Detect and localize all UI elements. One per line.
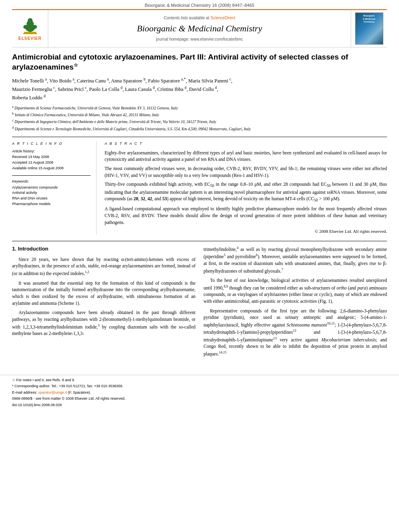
accepted-date: Accepted 13 August 2008: [12, 160, 90, 165]
keywords-section: Keywords: Arylazoenamino compounds Antiv…: [12, 179, 90, 206]
journal-cover-section: Bioorganic& MedicinalChemistry: [351, 10, 387, 47]
affiliation-d: d Dipartimento di Scienze e Tecnologie B…: [12, 125, 387, 132]
sciencedirect-label: Contents lists available at ScienceDirec…: [164, 15, 235, 21]
svg-point-3: [28, 18, 33, 23]
journal-banner: ELSEVIER Contents lists available at Sci…: [12, 9, 387, 47]
affiliation-b: b Istituto di Chimica Farmaceutica, Univ…: [12, 111, 387, 118]
journal-homepage: journal homepage: www.elsevier.com/locat…: [156, 37, 243, 42]
abstract-para-4: A ligand-based computational approach wa…: [105, 205, 387, 226]
abstract-para-2: The most commonly affected viruses were,…: [105, 165, 387, 179]
body-content: 1. Introduction Since 20 years, we have …: [12, 241, 387, 360]
affiliation-a: a Dipartimento di Scienze Farmaceutiche,…: [12, 105, 387, 111]
body-para-4: trimethylindoline,4 as well as by reacti…: [204, 245, 387, 274]
footer-email: E-mail address: sparator@unige.it (F. Sp…: [12, 390, 387, 396]
article-info-heading: A R T I C L E I N F O: [12, 141, 90, 146]
affiliation-c: c Dipartimento di Ingegneria Chimica, de…: [12, 118, 387, 125]
keyword-1: Arylazoenamino compounds: [12, 185, 90, 190]
sciencedirect-link[interactable]: ScienceDirect: [210, 16, 235, 20]
svg-point-5: [32, 25, 37, 29]
section-1-heading: 1. Introduction: [12, 245, 195, 253]
keyword-3: RNA and DNA viruses: [12, 196, 90, 201]
keyword-2: Antiviral activity: [12, 190, 90, 195]
journal-cover-image: Bioorganic& MedicinalChemistry: [355, 12, 383, 45]
body-para-5: To the best of our knowledge, biological…: [204, 277, 387, 305]
abstract-para-1: Eighty-five arylazoenamines, characteriz…: [105, 150, 387, 163]
body-para-1: Since 20 years, we have shown that by re…: [12, 256, 195, 277]
received-date: Received 19 May 2008: [12, 154, 90, 160]
body-column-2: trimethylindoline,4 as well as by reacti…: [204, 245, 387, 360]
abstract-column: A B S T R A C T Eighty-five arylazoenami…: [105, 141, 387, 234]
keyword-4: Pharmacophore models: [12, 201, 90, 207]
article-meta-section: A R T I C L E I N F O Article history: R…: [12, 137, 387, 234]
journal-citation: Bioorganic & Medicinal Chemistry 16 (200…: [145, 3, 255, 8]
info-divider: [12, 175, 90, 176]
title-star: ☆: [74, 62, 78, 68]
history-label: Article history:: [12, 149, 90, 154]
page-header: Bioorganic & Medicinal Chemistry 16 (200…: [0, 0, 399, 9]
authors-list: Michele Tonelli a, Vito Boido a, Caterin…: [12, 76, 387, 102]
body-column-1: 1. Introduction Since 20 years, we have …: [12, 245, 195, 360]
footer-doi: doi:10.1016/j.bmc.2008.08.028: [12, 403, 387, 408]
elsevier-tree-icon: [20, 16, 40, 35]
keywords-label: Keywords:: [12, 179, 90, 184]
page-footer: ☆ For notes I and II, see Refs. 8 and 9.…: [0, 375, 399, 408]
abstract-para-3: Thirty-five compounds exhibited high act…: [105, 181, 387, 203]
body-para-2: It was assumed that the essential step f…: [12, 280, 195, 307]
footer-star-note: ☆ For notes I and II, see Refs. 8 and 9.: [12, 378, 387, 383]
journal-title-banner: Bioorganic & Medicinal Chemistry: [137, 23, 262, 35]
main-content: Antimicrobial and cytotoxic arylazoenami…: [0, 47, 399, 368]
article-info-column: A R T I C L E I N F O Article history: R…: [12, 141, 97, 234]
abstract-heading: A B S T R A C T: [105, 141, 387, 146]
elsevier-logo: ELSEVIER: [19, 16, 41, 41]
cover-title-text: Bioorganic& MedicinalChemistry: [363, 14, 375, 23]
footer-star-icon: ☆: [12, 378, 15, 382]
banner-center: Contents lists available at ScienceDirec…: [48, 10, 351, 47]
available-date: Available online 15 August 2008: [12, 166, 90, 171]
elsevier-brand-text: ELSEVIER: [19, 36, 41, 41]
affiliations: a Dipartimento di Scienze Farmaceutiche,…: [12, 105, 387, 132]
copyright-line: © 2008 Elsevier Ltd. All rights reserved…: [105, 228, 387, 234]
article-title: Antimicrobial and cytotoxic arylazoenami…: [12, 52, 387, 72]
svg-point-4: [23, 25, 28, 29]
body-two-column: 1. Introduction Since 20 years, we have …: [12, 245, 387, 360]
article-history: Article history: Received 19 May 2008 Ac…: [12, 149, 90, 170]
body-para-6: Representative compounds of the first ty…: [204, 308, 387, 357]
svg-rect-7: [23, 33, 37, 34]
elsevier-logo-section: ELSEVIER: [12, 10, 48, 47]
footer-corresponding-author: * Corresponding author. Tel.: +39 010 51…: [12, 384, 387, 389]
footer-issn: 0968-0896/$ - see front matter © 2008 El…: [12, 396, 387, 402]
body-para-3: Arylazoenamino compounds have been alrea…: [12, 309, 195, 337]
